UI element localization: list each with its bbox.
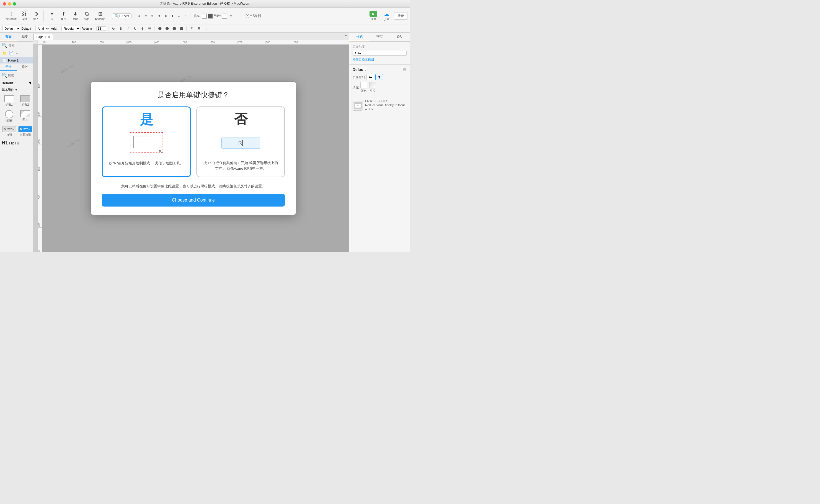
tab-dropdown-button[interactable]: ▾ bbox=[345, 34, 347, 38]
fill-color-dark[interactable] bbox=[208, 14, 213, 19]
comp-button[interactable]: BUTTON 按钮 bbox=[2, 125, 17, 138]
minimize-button[interactable] bbox=[8, 2, 11, 6]
maximize-button[interactable] bbox=[13, 2, 16, 6]
canvas-content: 100 200 300 400 500 600 700 MacW.com Mac… bbox=[38, 45, 349, 252]
comp-default-header: Default ▾ bbox=[0, 79, 33, 87]
point-button[interactable]: ✦ 点 bbox=[46, 10, 57, 22]
bold-button[interactable]: B bbox=[118, 26, 124, 31]
insert-icon: ⊕ bbox=[34, 11, 38, 17]
ruler-y: 100 200 300 400 500 600 700 bbox=[38, 45, 42, 252]
page-item-page1[interactable]: 📄 Page 1 bbox=[0, 57, 33, 63]
canvas-tab-page1[interactable]: Page 1 ✕ bbox=[33, 34, 53, 40]
basic-components-label[interactable]: 基本元件 ▼ bbox=[0, 87, 33, 93]
align-left-button[interactable]: ⫷ bbox=[136, 13, 142, 19]
image-swatch[interactable] bbox=[369, 82, 376, 88]
select-mode-button[interactable]: ⊹ 选择模式 bbox=[4, 10, 18, 22]
align-center-button[interactable]: ≡ bbox=[143, 13, 149, 19]
ruler-marks-x: 0 100 200 300 400 500 600 700 800 900 bbox=[43, 41, 321, 44]
list-button[interactable]: ☰ bbox=[146, 26, 153, 31]
combine-button[interactable]: ⧉ 综合 bbox=[81, 10, 92, 22]
font-size-increase-button[interactable]: A↑ bbox=[110, 26, 116, 31]
preview-button[interactable]: ▶ 预览 bbox=[367, 10, 379, 22]
masters-tab[interactable]: 母版 bbox=[17, 63, 33, 71]
weight-select[interactable]: Regular bbox=[61, 26, 80, 31]
outline-tab[interactable]: 概要 bbox=[17, 33, 33, 41]
format-divider-1 bbox=[33, 26, 33, 31]
align-center-layout-button[interactable]: ⬆ bbox=[375, 74, 383, 80]
stroke-options[interactable]: ≡ bbox=[228, 13, 234, 19]
ungroup-button[interactable]: ⊞ 取消组合 bbox=[93, 10, 107, 22]
page-menu-button[interactable]: ⋯ bbox=[15, 50, 21, 56]
valign-bottom-button[interactable]: ⊥ bbox=[203, 26, 209, 31]
h3-comp[interactable]: H3 bbox=[15, 141, 19, 145]
weight-display: Regular bbox=[82, 27, 92, 30]
format-bar: Default Default Arial Arial Regular Regu… bbox=[0, 24, 410, 33]
rect2-shape bbox=[20, 95, 30, 102]
align-text-justify-button[interactable]: ⬤ bbox=[178, 26, 184, 31]
add-folder-button[interactable]: 📁 bbox=[2, 50, 7, 56]
comp-image[interactable]: 图片 bbox=[18, 109, 33, 124]
add-page-button[interactable]: 📄 bbox=[8, 50, 14, 56]
align-text-right-button[interactable]: ⬤ bbox=[171, 26, 177, 31]
italic-button[interactable]: I bbox=[125, 26, 131, 31]
underline-button[interactable]: U bbox=[132, 26, 138, 31]
choose-and-continue-button[interactable]: Choose and Continue bbox=[102, 194, 285, 207]
comp-rect2[interactable]: 矩形2 bbox=[18, 94, 33, 108]
style-select[interactable]: Default bbox=[2, 26, 20, 31]
h1-comp[interactable]: H1 bbox=[2, 140, 8, 146]
image-label: 图片 bbox=[370, 89, 375, 93]
font-select[interactable]: Arial bbox=[35, 26, 50, 31]
align-bottom-button[interactable]: ⬇ bbox=[169, 13, 176, 19]
strikethrough-button[interactable]: S bbox=[139, 26, 145, 31]
low-fidelity-thumbnail[interactable]: Aa bbox=[352, 101, 363, 111]
format-divider-2 bbox=[59, 26, 59, 31]
align-left-layout-button[interactable]: ⬅ bbox=[366, 74, 374, 80]
no-option[interactable]: 否 R 按"R"（或任何其他键）开始 编辑所选形状上的文本， 就像Axure R… bbox=[196, 106, 285, 177]
page-size-label: 页面尺寸 bbox=[352, 44, 407, 49]
top-button[interactable]: ⬆ 顶部 bbox=[58, 10, 69, 22]
circle-shape bbox=[5, 110, 13, 118]
interaction-tab[interactable]: 交互 bbox=[369, 33, 390, 41]
close-button[interactable] bbox=[3, 2, 6, 6]
connect-button[interactable]: ⛓ 连接 bbox=[19, 10, 30, 22]
align-text-left-button[interactable]: ⬤ bbox=[157, 26, 163, 31]
stroke-color[interactable] bbox=[222, 14, 227, 19]
fill-color-white[interactable] bbox=[202, 14, 207, 19]
align-middle-button[interactable]: ⇕ bbox=[163, 13, 169, 19]
distribute-vertical-button[interactable]: ↕ bbox=[183, 13, 189, 19]
comp-circle[interactable]: 圆形 bbox=[2, 109, 17, 124]
widgets-tab[interactable]: 元件 bbox=[0, 63, 17, 71]
ruler-x: 0 100 200 300 400 500 600 700 800 900 bbox=[33, 40, 349, 44]
font-size-input[interactable] bbox=[96, 26, 106, 31]
style-tab[interactable]: 样式 bbox=[349, 33, 369, 41]
page-size-input[interactable]: Auto bbox=[352, 51, 407, 56]
comp-button-primary[interactable]: BUTTON 主要按钮 bbox=[18, 125, 33, 138]
component-search-input[interactable] bbox=[8, 73, 33, 77]
page-size-row: Auto bbox=[352, 51, 407, 56]
main-area: 页面 概要 🔍 📁 📄 ⋯ 📄 Page 1 元件 bbox=[0, 33, 410, 252]
align-right-button[interactable]: ⫸ bbox=[149, 13, 156, 19]
login-button[interactable]: 登录 bbox=[394, 12, 408, 20]
notes-tab[interactable]: 说明 bbox=[390, 33, 410, 41]
add-adaptive-button[interactable]: 添加自适应视图 bbox=[352, 57, 407, 62]
distribute-horizontal-button[interactable]: ↔ bbox=[176, 13, 182, 19]
valign-top-button[interactable]: ⊤ bbox=[189, 26, 195, 31]
align-top-button[interactable]: ⬆ bbox=[156, 13, 162, 19]
component-grid: 矩形1 矩形2 矩形3 圆形 图片 bbox=[0, 93, 33, 139]
insert-button[interactable]: ⊕ 插入 bbox=[31, 10, 42, 22]
right-panel: 样式 交互 说明 页面尺寸 Auto 添加自适应视图 Default ☰ 页面排… bbox=[349, 33, 410, 252]
yes-option[interactable]: 是 ↖ 按"R"键开始矩形绘制模式， 类似于绘图工具。 bbox=[102, 106, 191, 177]
valign-middle-button[interactable]: ⊞ bbox=[196, 26, 202, 31]
comp-rect1[interactable]: 矩形1 bbox=[2, 94, 17, 108]
share-button[interactable]: ☁ 共享 bbox=[382, 9, 392, 23]
pages-tab[interactable]: 页面 bbox=[0, 33, 17, 41]
align-text-center-button[interactable]: ⬤ bbox=[164, 26, 170, 31]
dialog-header: 是否启用单键快捷键？ bbox=[102, 90, 285, 100]
bottom-button[interactable]: ⬇ 底部 bbox=[70, 10, 81, 22]
fill-color-swatch[interactable] bbox=[360, 82, 367, 88]
tab-close-button[interactable]: ✕ bbox=[48, 35, 50, 39]
stroke-width[interactable]: — bbox=[235, 13, 241, 19]
h2-comp[interactable]: H2 bbox=[9, 141, 14, 145]
zoom-control[interactable]: 🔍 100% ▾ bbox=[112, 13, 131, 19]
default-menu-button[interactable]: ☰ bbox=[403, 67, 407, 72]
